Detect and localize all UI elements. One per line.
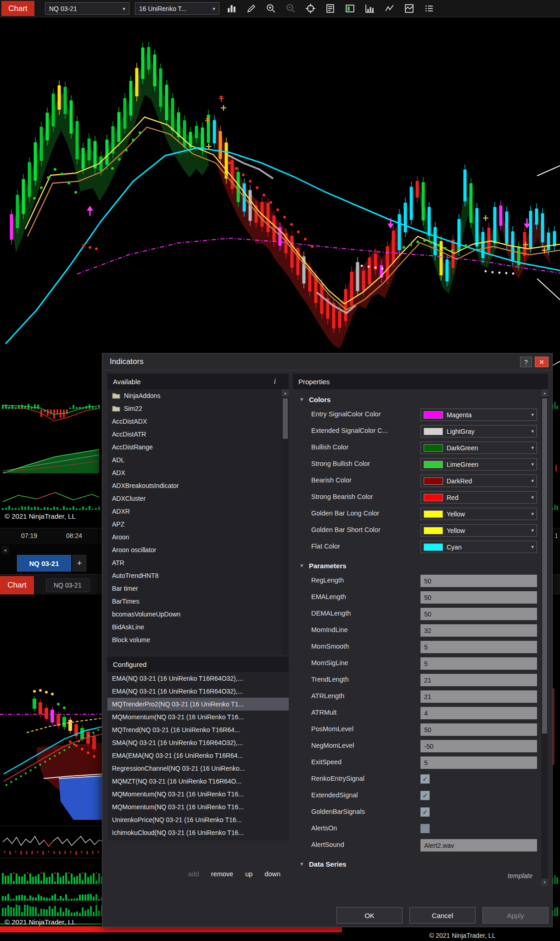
available-item[interactable]: ADXCluster xyxy=(107,492,289,505)
available-item[interactable]: BidAskLine xyxy=(107,621,289,633)
value-input[interactable]: 5 xyxy=(420,641,537,653)
value-input[interactable]: 5 xyxy=(420,756,537,769)
zoom-out-icon[interactable] xyxy=(285,3,297,14)
cancel-button[interactable]: Cancel xyxy=(409,907,476,924)
configured-item[interactable]: IchimokuCloud(NQ 03-21 (16 UniRenko T16.… xyxy=(107,826,289,839)
pencil-icon[interactable] xyxy=(246,3,257,14)
color-dropdown[interactable]: DarkRed▾ xyxy=(420,475,537,487)
available-item[interactable]: AccDistADX xyxy=(107,415,289,428)
configured-item[interactable]: MQMomentum(NQ 03-21 (16 UniRenko T16... xyxy=(107,801,289,813)
checkbox[interactable] xyxy=(420,824,430,833)
scroll-up-icon[interactable]: ▲ xyxy=(541,389,548,397)
help-button[interactable]: ? xyxy=(520,357,532,367)
color-dropdown[interactable]: Magenta▾ xyxy=(420,409,537,421)
value-input[interactable]: -50 xyxy=(420,740,537,752)
available-item[interactable]: Aroon xyxy=(107,531,289,543)
collapse-arrow-icon[interactable]: ◂ xyxy=(1,546,9,554)
available-scrollbar[interactable]: ▲ xyxy=(282,389,289,655)
scrollbar-thumb[interactable] xyxy=(283,398,288,439)
configured-item[interactable]: RegressionChannel(NQ 03-21 (16 UniRenko.… xyxy=(107,762,289,775)
bar-chart-icon[interactable] xyxy=(226,3,237,14)
color-dropdown[interactable]: Red▾ xyxy=(420,491,537,504)
configured-item[interactable]: MQTrend(NQ 03-21 (16 UniRenko T16R64... xyxy=(107,723,289,736)
ok-button[interactable]: OK xyxy=(336,907,403,924)
available-item[interactable]: ADXR xyxy=(107,505,289,518)
section-header-data-series[interactable]: ▼Data Series xyxy=(293,857,541,871)
add-tab-button[interactable]: + xyxy=(73,555,86,571)
template-link[interactable]: template xyxy=(508,872,532,879)
configured-item[interactable]: MQTrenderPro2(NQ 03-21 (16 UniRenko T1..… xyxy=(107,698,289,711)
color-dropdown[interactable]: LimeGreen▾ xyxy=(420,458,537,470)
configured-item[interactable]: MQMomentum(NQ 03-21 (16 UniRenko T16... xyxy=(107,788,289,801)
section-header-colors[interactable]: ▼Colors xyxy=(293,392,541,407)
configured-item[interactable]: MQMZT(NQ 03-21 (16 UniRenko T16R64O... xyxy=(107,775,289,788)
color-dropdown[interactable]: LightGray▾ xyxy=(420,425,537,437)
up-link[interactable]: up xyxy=(245,870,252,878)
value-text: 50 xyxy=(424,726,431,734)
chevron-down-icon: ▾ xyxy=(531,428,534,434)
available-item[interactable]: Block volume xyxy=(107,633,289,646)
configured-item[interactable]: EMA(EMA(NQ 03-21 (16 UniRenko T16R64... xyxy=(107,749,289,762)
available-item[interactable]: ADL xyxy=(107,454,289,466)
color-dropdown[interactable]: Cyan▾ xyxy=(420,541,537,553)
configured-item[interactable]: SMA(NQ 03-21 (16 UniRenko T16R64O32),... xyxy=(107,736,289,749)
zoom-in-icon[interactable] xyxy=(265,3,277,14)
value-input[interactable]: 50 xyxy=(420,723,537,736)
instrument-tab[interactable]: NQ 03-21 xyxy=(17,555,71,571)
configured-item[interactable]: UnirenkoPrice(NQ 03-21 (16 UniRenko T16.… xyxy=(107,813,289,826)
value-input[interactable]: 21 xyxy=(420,674,537,686)
available-item[interactable]: AccDistATR xyxy=(107,428,289,441)
available-item[interactable]: Bar timer xyxy=(107,582,289,595)
color-dropdown[interactable]: Yellow▾ xyxy=(420,508,537,520)
scroll-up-icon[interactable]: ▲ xyxy=(282,389,289,397)
chart2-instrument-tab[interactable]: NQ 03-21 xyxy=(46,578,90,592)
configured-item[interactable]: EMA(NQ 03-21 (16 UniRenko T16R64O32),... xyxy=(107,685,289,698)
checkbox[interactable]: ✓ xyxy=(420,774,430,784)
section-header-parameters[interactable]: ▼Parameters xyxy=(293,558,541,573)
configured-item[interactable]: EMA(NQ 03-21 (16 UniRenko T16R64O32),... xyxy=(107,672,289,685)
instrument-dropdown[interactable]: NQ 03-21 ▾ xyxy=(45,2,129,15)
value-input[interactable]: 32 xyxy=(420,624,537,637)
scrollbar-thumb[interactable] xyxy=(542,398,547,734)
remove-link[interactable]: remove xyxy=(211,870,233,878)
available-item[interactable]: ADX xyxy=(107,466,289,479)
available-item[interactable]: AccDistRange xyxy=(107,441,289,454)
available-item[interactable]: Sim22 xyxy=(107,402,289,415)
info-icon[interactable]: i xyxy=(274,377,283,386)
period-dropdown[interactable]: 16 UniRenko T... ▾ xyxy=(135,2,219,15)
value-input[interactable]: 50 xyxy=(420,591,537,604)
data-box-icon[interactable] xyxy=(325,3,336,14)
available-item[interactable]: bcomasVolumeUpDown xyxy=(107,608,289,621)
apply-button[interactable]: Apply xyxy=(482,907,549,924)
volume-bars-icon[interactable] xyxy=(364,3,375,14)
value-input[interactable]: 5 xyxy=(420,657,537,670)
available-item[interactable]: BarTimes xyxy=(107,595,289,608)
value-input[interactable]: Alert2.wav xyxy=(420,839,537,851)
available-item[interactable]: NinjaAddons xyxy=(107,389,289,402)
available-item[interactable]: ADXBreakoutsIndicator xyxy=(107,479,289,492)
properties-scrollbar[interactable]: ▲ ▼ xyxy=(541,389,548,886)
crosshair-icon[interactable] xyxy=(305,3,316,14)
value-input[interactable]: 21 xyxy=(420,690,537,703)
close-button[interactable]: ✕ xyxy=(535,357,549,367)
chart-window-tab[interactable]: Chart xyxy=(1,1,34,16)
checkbox[interactable]: ✓ xyxy=(420,791,430,800)
checkbox[interactable]: ✓ xyxy=(420,807,430,817)
scroll-down-icon[interactable]: ▼ xyxy=(541,879,548,886)
regions-icon[interactable] xyxy=(403,3,415,14)
available-item[interactable]: Aroon oscillator xyxy=(107,543,289,556)
down-link[interactable]: down xyxy=(264,870,280,878)
available-item[interactable]: ATR xyxy=(107,556,289,569)
value-input[interactable]: 50 xyxy=(420,608,537,620)
color-dropdown[interactable]: DarkGreen▾ xyxy=(420,442,537,454)
available-item[interactable]: APZ xyxy=(107,518,289,531)
zigzag-line-icon[interactable] xyxy=(384,3,395,14)
chart-trader-icon[interactable] xyxy=(344,3,356,14)
list-icon[interactable] xyxy=(423,3,435,14)
chart2-window-tab[interactable]: Chart xyxy=(0,576,34,594)
value-input[interactable]: 50 xyxy=(420,575,537,587)
configured-item[interactable]: MQMomentum(NQ 03-21 (16 UniRenko T16... xyxy=(107,711,289,723)
available-item[interactable]: AutoTrendHNT8 xyxy=(107,569,289,582)
color-dropdown[interactable]: Yellow▾ xyxy=(420,524,537,537)
value-input[interactable]: 4 xyxy=(420,707,537,719)
